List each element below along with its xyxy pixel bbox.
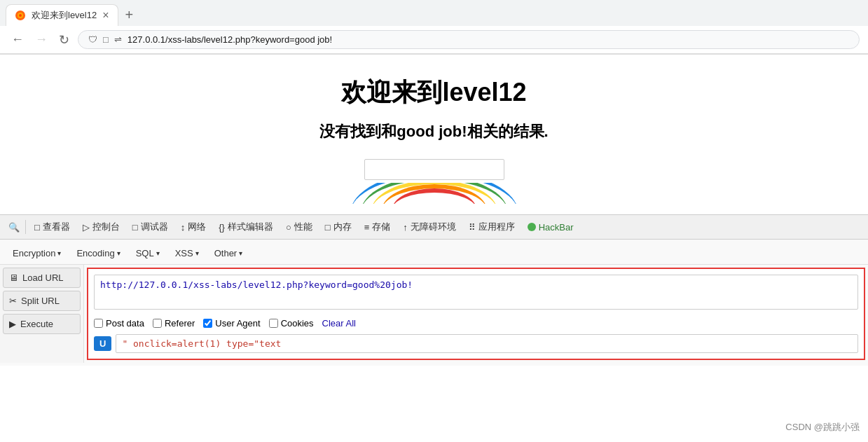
network-icon: ↕ — [181, 222, 186, 233]
hackbar-sidebar: 🖥 Load URL ✂ Split URL ▶ Execute — [0, 265, 84, 363]
page-title: 欢迎来到level12 — [0, 76, 868, 110]
hackbar-url-input[interactable]: http://127.0.0.1/xss-labs/level12.php?ke… — [94, 275, 858, 310]
devtools-application[interactable]: ⠿ 应用程序 — [463, 218, 521, 236]
performance-icon: ○ — [286, 222, 291, 233]
hackbar-main-area: 🖥 Load URL ✂ Split URL ▶ Execute http://… — [0, 265, 868, 363]
debugger-icon: □ — [132, 222, 138, 233]
post-data-checkbox[interactable] — [94, 319, 103, 328]
hackbar-menu-row: Encryption ▾ Encoding ▾ SQL ▾ XSS ▾ Othe… — [0, 242, 868, 265]
split-url-button[interactable]: ✂ Split URL — [3, 291, 81, 311]
arc-decoration — [0, 183, 868, 204]
tab-favicon — [15, 10, 26, 21]
devtools-network[interactable]: ↕ 网络 — [175, 218, 212, 236]
security-icon: 🛡 — [88, 34, 97, 45]
inspector-icon: □ — [34, 222, 40, 233]
user-agent-row: U — [94, 334, 858, 353]
sql-arrow: ▾ — [156, 249, 160, 257]
hackbar-menu-xss[interactable]: XSS ▾ — [168, 245, 206, 261]
devtools-bar: 🔍 □ 查看器 ▷ 控制台 □ 调试器 ↕ 网络 {} 样式编辑器 ○ 性能 □… — [0, 214, 868, 240]
devtools-memory[interactable]: □ 内存 — [319, 218, 357, 236]
reload-button[interactable]: ↻ — [56, 31, 72, 49]
page-icon: □ — [103, 34, 109, 45]
user-agent-input[interactable] — [116, 334, 858, 353]
devtools-storage[interactable]: ≡ 存储 — [359, 218, 397, 236]
devtools-debugger[interactable]: □ 调试器 — [127, 218, 174, 236]
load-url-button[interactable]: 🖥 Load URL — [3, 268, 81, 288]
tab-title: 欢迎来到level12 — [32, 9, 97, 22]
forward-button[interactable]: → — [32, 31, 50, 48]
address-bar[interactable]: 🛡 □ ⇌ 127.0.0.1/xss-labs/level12.php?key… — [78, 30, 860, 49]
search-box — [364, 159, 504, 180]
accessibility-icon: ↑ — [403, 222, 408, 233]
hackbar-menu-encryption[interactable]: Encryption ▾ — [6, 245, 68, 261]
new-tab-button[interactable]: + — [120, 4, 139, 26]
referer-checkbox[interactable] — [153, 319, 162, 328]
hackbar-options-row: Post data Referer User Agent Cookies Cle… — [94, 318, 858, 329]
user-agent-badge: U — [94, 336, 111, 351]
execute-button[interactable]: ▶ Execute — [3, 314, 81, 334]
encryption-arrow: ▾ — [57, 249, 61, 257]
console-icon: ▷ — [83, 222, 90, 233]
cookies-checkbox-label[interactable]: Cookies — [269, 318, 314, 329]
tab-close-button[interactable]: × — [102, 10, 109, 21]
devtools-style-editor[interactable]: {} 样式编辑器 — [213, 218, 279, 236]
hackbar-content-area: http://127.0.0.1/xss-labs/level12.php?ke… — [87, 268, 865, 360]
page-subtitle: 没有找到和good job!相关的结果. — [0, 121, 868, 142]
devtools-inspect-icon[interactable]: 🔍 — [6, 219, 22, 235]
execute-icon: ▶ — [9, 319, 16, 329]
hackbar-panel: Encryption ▾ Encoding ▾ SQL ▾ XSS ▾ Othe… — [0, 240, 868, 366]
back-button[interactable]: ← — [8, 31, 27, 48]
title-bar: 欢迎来到level12 × + — [0, 0, 868, 26]
other-arrow: ▾ — [239, 249, 242, 257]
hackbar-menu-encoding[interactable]: Encoding ▾ — [69, 245, 127, 261]
active-tab[interactable]: 欢迎来到level12 × — [6, 4, 118, 26]
devtools-performance[interactable]: ○ 性能 — [280, 218, 318, 236]
clear-all-button[interactable]: Clear All — [322, 318, 356, 329]
devtools-separator — [25, 220, 26, 234]
tab-strip: 欢迎来到level12 × + — [6, 4, 139, 26]
style-editor-icon: {} — [219, 222, 225, 233]
split-url-icon: ✂ — [9, 296, 17, 306]
user-agent-checkbox[interactable] — [203, 319, 212, 328]
devtools-inspector[interactable]: □ 查看器 — [29, 218, 76, 236]
post-data-checkbox-label[interactable]: Post data — [94, 318, 144, 329]
browser-chrome: 欢迎来到level12 × + ← → ↻ 🛡 □ ⇌ 127.0.0.1/xs… — [0, 0, 868, 55]
referer-checkbox-label[interactable]: Referer — [153, 318, 195, 329]
search-input[interactable] — [364, 159, 504, 180]
devtools-hackbar[interactable]: HackBar — [522, 219, 579, 235]
devtools-accessibility[interactable]: ↑ 无障碍环境 — [397, 218, 462, 236]
memory-icon: □ — [325, 222, 331, 233]
page-content: 欢迎来到level12 没有找到和good job!相关的结果. — [0, 55, 868, 214]
user-agent-checkbox-label[interactable]: User Agent — [203, 318, 260, 329]
devtools-console[interactable]: ▷ 控制台 — [77, 218, 125, 236]
address-bar-row: ← → ↻ 🛡 □ ⇌ 127.0.0.1/xss-labs/level12.p… — [0, 26, 868, 54]
storage-icon: ≡ — [364, 222, 370, 233]
svg-point-2 — [19, 14, 22, 17]
site-icon: ⇌ — [114, 34, 122, 45]
watermark: CSDN @跳跳小强 — [785, 421, 860, 434]
hackbar-menu-sql[interactable]: SQL ▾ — [129, 245, 167, 261]
encoding-arrow: ▾ — [117, 249, 120, 257]
load-url-icon: 🖥 — [9, 272, 18, 283]
xss-arrow: ▾ — [195, 249, 199, 257]
hackbar-menu-other[interactable]: Other ▾ — [207, 245, 250, 261]
application-icon: ⠿ — [469, 222, 476, 233]
url-display[interactable]: 127.0.0.1/xss-labs/level12.php?keyword=g… — [128, 34, 332, 45]
hackbar-icon — [528, 223, 536, 231]
cookies-checkbox[interactable] — [269, 319, 278, 328]
